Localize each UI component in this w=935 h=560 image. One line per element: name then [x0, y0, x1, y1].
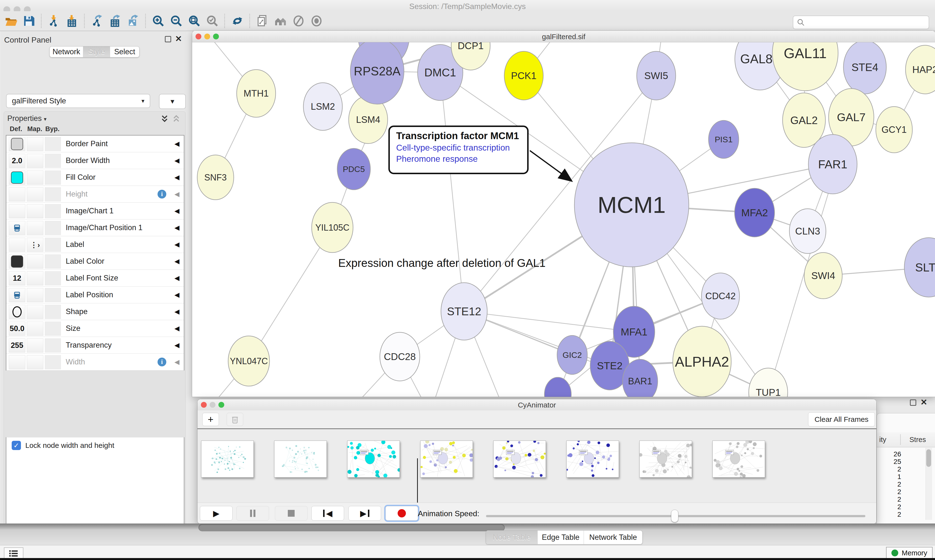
default-value-cell[interactable]: 2.0	[9, 154, 25, 168]
mapping-cell[interactable]	[27, 355, 43, 369]
column-header-connectivity[interactable]: ity	[879, 436, 886, 444]
collapse-arrow-icon[interactable]: ◀	[174, 354, 179, 370]
network-node-snf3[interactable]: SNF3	[197, 155, 234, 200]
close-panel-icon[interactable]: ✕	[175, 35, 181, 42]
mapping-cell[interactable]	[27, 154, 43, 168]
skip-to-end-button[interactable]: ▶	[349, 506, 381, 521]
bypass-cell[interactable]	[45, 171, 61, 185]
frame-thumbnail-1[interactable]	[274, 440, 327, 477]
task-history-button[interactable]	[4, 547, 23, 560]
export-network-icon[interactable]	[89, 13, 105, 29]
table-cell-value[interactable]: 25	[877, 458, 901, 466]
timeline-playhead[interactable]	[417, 458, 418, 503]
column-header-stress[interactable]: Stres	[909, 436, 926, 444]
info-icon[interactable]: i	[157, 358, 166, 366]
table-cell-value[interactable]: 2	[877, 480, 901, 488]
record-button[interactable]	[386, 506, 418, 521]
mapping-cell[interactable]	[27, 288, 43, 302]
import-table-icon[interactable]	[64, 13, 80, 29]
pause-button[interactable]	[236, 506, 269, 521]
collapse-arrow-icon[interactable]: ◀	[174, 270, 179, 286]
table-cell-value[interactable]: 2	[877, 503, 901, 511]
bypass-cell[interactable]	[45, 254, 61, 269]
collapse-arrow-icon[interactable]: ◀	[174, 203, 179, 219]
bypass-cell[interactable]	[45, 322, 61, 336]
default-value-cell[interactable]: 255	[9, 338, 25, 352]
stop-button[interactable]	[275, 506, 307, 521]
open-session-icon[interactable]	[3, 13, 19, 29]
mapping-cell[interactable]	[27, 305, 43, 319]
network-node-lsm2[interactable]: LSM2	[303, 83, 343, 131]
duplicate-network-icon[interactable]	[255, 13, 270, 29]
network-node-pdc5[interactable]: PDC5	[337, 148, 370, 190]
annotation-callout[interactable]: Transcription factor MCM1 Cell-type-spec…	[388, 126, 529, 174]
bypass-cell[interactable]	[45, 154, 61, 168]
collapse-arrow-icon[interactable]: ◀	[174, 303, 179, 320]
collapse-arrow-icon[interactable]: ◀	[174, 337, 179, 354]
memory-button[interactable]: Memory	[886, 547, 933, 559]
default-value-cell[interactable]	[9, 288, 25, 302]
clear-all-frames-button[interactable]: Clear All Frames	[808, 412, 875, 426]
network-node-slt2[interactable]: SLT2	[904, 238, 935, 297]
show-all-icon[interactable]	[309, 13, 324, 29]
mapping-cell[interactable]: ⋮›	[27, 238, 43, 252]
zoom-in-icon[interactable]	[150, 13, 166, 29]
network-node-gal2[interactable]: GAL2	[782, 93, 825, 148]
add-frame-button[interactable]: +	[202, 413, 219, 426]
horizontal-scrollbar-thumb[interactable]	[199, 524, 505, 531]
default-value-cell[interactable]	[9, 204, 25, 218]
network-node-mfa2[interactable]: MFA2	[734, 188, 775, 237]
float-table-panel-icon[interactable]	[910, 400, 916, 406]
network-node-ste4[interactable]: STE4	[844, 42, 886, 94]
property-row-transparency[interactable]: 255Transparency◀	[6, 337, 184, 354]
network-node-far1[interactable]: FAR1	[808, 134, 857, 194]
bypass-cell[interactable]	[45, 221, 61, 235]
bypass-cell[interactable]	[45, 305, 61, 319]
expand-all-icon[interactable]	[160, 115, 169, 123]
default-value-cell[interactable]	[9, 254, 25, 269]
bypass-cell[interactable]	[45, 204, 61, 218]
default-value-cell[interactable]: 12	[9, 271, 25, 285]
network-node-tup1[interactable]: TUP1	[749, 368, 788, 397]
property-row-size[interactable]: 50.0Size◀	[6, 320, 184, 337]
network-node-gcy1[interactable]: GCY1	[876, 106, 912, 153]
default-value-cell[interactable]	[9, 171, 25, 185]
property-row-label-font-size[interactable]: 12Label Font Size◀	[6, 270, 184, 286]
frame-thumbnail-6[interactable]	[639, 440, 692, 477]
default-value-cell[interactable]	[9, 238, 25, 252]
info-icon[interactable]: i	[157, 190, 166, 198]
style-options-menu-button[interactable]: ▼	[159, 94, 186, 109]
collapse-arrow-icon[interactable]: ◀	[174, 152, 179, 169]
table-scrollbar-thumb[interactable]	[926, 449, 931, 467]
tab-node-table[interactable]: Node Table	[486, 531, 538, 544]
bypass-cell[interactable]	[45, 355, 61, 369]
collapse-arrow-icon[interactable]: ◀	[174, 219, 179, 236]
cyanimator-titlebar[interactable]: CyAnimator	[197, 399, 876, 411]
property-row-shape[interactable]: Shape◀	[6, 303, 184, 320]
lock-size-checkbox[interactable]: ✓	[12, 441, 21, 450]
default-value-cell[interactable]	[9, 305, 25, 319]
property-row-border-width[interactable]: 2.0Border Width◀	[6, 152, 184, 169]
frame-thumbnail-5[interactable]	[566, 440, 619, 477]
frame-thumbnail-4[interactable]	[493, 440, 546, 477]
default-value-cell[interactable]	[9, 137, 25, 151]
tab-network[interactable]: Network	[50, 46, 83, 57]
mapping-cell[interactable]	[27, 187, 43, 202]
default-value-cell[interactable]	[9, 221, 25, 235]
tab-select[interactable]: Select	[110, 46, 139, 57]
tab-network-table[interactable]: Network Table	[584, 531, 642, 544]
network-node-alpha2[interactable]: ALPHA2	[673, 326, 731, 397]
network-node-unlabeled[interactable]	[545, 377, 571, 397]
property-row-label-position[interactable]: Label Position◀	[6, 286, 184, 303]
bypass-cell[interactable]	[45, 137, 61, 151]
bypass-cell[interactable]	[45, 338, 61, 352]
property-row-fill-color[interactable]: Fill Color◀	[6, 169, 184, 186]
mapping-cell[interactable]	[27, 137, 43, 151]
collapse-arrow-icon[interactable]: ◀	[174, 169, 179, 186]
search-input[interactable]	[793, 15, 929, 29]
network-node-cdc42[interactable]: CDC42	[702, 273, 739, 319]
mapping-cell[interactable]	[27, 221, 43, 235]
animation-speed-slider-thumb[interactable]	[671, 510, 678, 522]
collapse-arrow-icon[interactable]: ◀	[174, 186, 179, 202]
bypass-cell[interactable]	[45, 271, 61, 285]
